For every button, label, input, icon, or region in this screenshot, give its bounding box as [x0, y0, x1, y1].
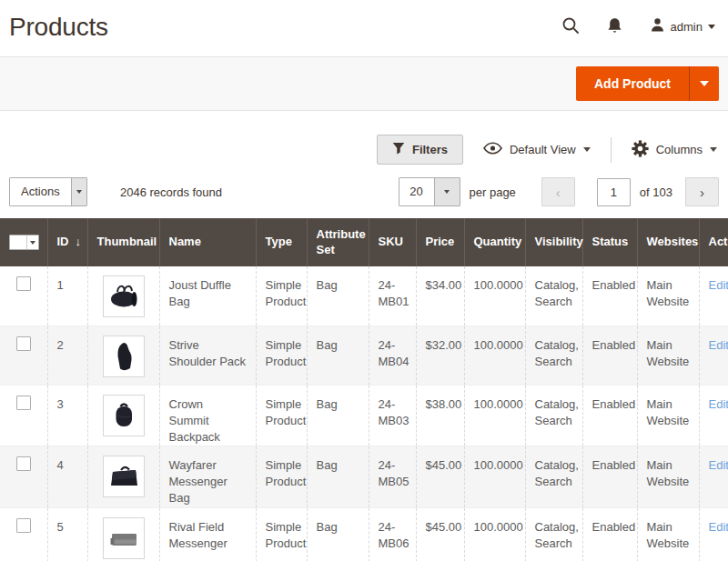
- duffle-bag-thumbnail: [103, 275, 145, 317]
- cell-visibility: Catalog, Search: [525, 507, 582, 561]
- select-options-toggle[interactable]: [26, 235, 38, 249]
- cell-thumbnail: [87, 385, 159, 446]
- column-header-attribute-set[interactable]: Attribute Set: [307, 218, 369, 266]
- cell-sku: 24-MB03: [369, 385, 416, 446]
- notifications-button[interactable]: [607, 17, 622, 37]
- column-header-type[interactable]: Type: [256, 218, 307, 266]
- edit-link[interactable]: Edit: [709, 520, 728, 534]
- table-row: 5 Rival Field Messenger Simple Product B…: [0, 507, 728, 561]
- grid-view-toolbar: Filters Default View Columns: [0, 135, 728, 165]
- toolbar-divider: [611, 137, 612, 163]
- total-pages-label: of 103: [640, 185, 672, 199]
- cell-visibility: Catalog, Search: [525, 446, 582, 508]
- column-header-websites[interactable]: Websites: [637, 218, 699, 266]
- select-arrow: [434, 178, 460, 205]
- admin-menu[interactable]: admin: [650, 17, 715, 36]
- current-page-input[interactable]: [597, 178, 631, 206]
- cell-type: Simple Product: [256, 507, 307, 561]
- per-page-value: 20: [399, 178, 434, 205]
- edit-link[interactable]: Edit: [709, 397, 728, 411]
- row-checkbox[interactable]: [16, 336, 31, 351]
- backpack-thumbnail: [103, 395, 145, 436]
- cell-sku: 24-MB01: [369, 266, 416, 326]
- columns-label: Columns: [656, 143, 703, 156]
- chevron-left-icon: ‹: [556, 185, 561, 199]
- select-all-checkbox[interactable]: [9, 235, 39, 250]
- table-row: 3 Crown Summit Backpack Simple Product B…: [0, 385, 728, 446]
- mass-actions-select[interactable]: Actions: [9, 177, 87, 206]
- filters-label: Filters: [412, 143, 448, 156]
- table-row: 2 Strive Shoulder Pack Simple Product Ba…: [0, 326, 728, 385]
- cell-id: 1: [47, 266, 87, 326]
- row-checkbox[interactable]: [16, 456, 31, 471]
- cell-quantity: 100.0000: [464, 507, 525, 561]
- cell-name: Joust Duffle Bag: [159, 266, 256, 326]
- row-select-cell: [0, 507, 47, 561]
- add-product-toggle-button[interactable]: [689, 66, 719, 101]
- row-checkbox[interactable]: [16, 396, 31, 410]
- column-header-visibility[interactable]: Visibility: [525, 218, 582, 266]
- grid-actions-toolbar: Actions 2046 records found 20 per page ‹…: [0, 177, 728, 206]
- cell-id: 3: [47, 385, 87, 446]
- header-actions: admin: [561, 13, 715, 37]
- column-header-id[interactable]: ID↓: [47, 218, 87, 266]
- cell-action: Edit: [699, 385, 728, 446]
- filters-button[interactable]: Filters: [377, 135, 463, 165]
- products-table-wrap: ID↓ Thumbnail Name Type Attribute Set SK…: [0, 218, 728, 561]
- records-count: 2046 records found: [120, 185, 222, 199]
- column-header-quantity[interactable]: Quantity: [464, 218, 525, 266]
- column-header-name[interactable]: Name: [159, 218, 256, 266]
- column-header-price[interactable]: Price: [416, 218, 464, 266]
- select-arrow: [71, 178, 86, 205]
- eye-icon: [483, 142, 502, 157]
- cell-action: Edit: [699, 266, 728, 326]
- shoulder-pack-thumbnail: [103, 336, 145, 377]
- cell-id: 4: [47, 446, 87, 508]
- column-header-sku[interactable]: SKU: [369, 218, 416, 266]
- products-table: ID↓ Thumbnail Name Type Attribute Set SK…: [0, 218, 728, 561]
- column-header-thumbnail[interactable]: Thumbnail: [87, 218, 159, 266]
- cell-thumbnail: [87, 326, 159, 385]
- per-page-select[interactable]: 20: [399, 177, 460, 206]
- cell-quantity: 100.0000: [464, 385, 525, 446]
- cell-visibility: Catalog, Search: [525, 326, 582, 385]
- default-view-menu[interactable]: Default View: [483, 142, 591, 157]
- cell-visibility: Catalog, Search: [525, 385, 582, 446]
- checkbox-box: [10, 235, 26, 249]
- page-title: Products: [9, 13, 108, 42]
- cell-type: Simple Product: [256, 266, 307, 326]
- cell-sku: 24-MB04: [369, 326, 416, 385]
- row-checkbox[interactable]: [16, 276, 31, 291]
- cell-websites: Main Website: [637, 446, 699, 508]
- cell-price: $38.00: [416, 385, 464, 446]
- cell-name: Crown Summit Backpack: [159, 385, 256, 446]
- row-checkbox[interactable]: [16, 518, 31, 533]
- edit-link[interactable]: Edit: [709, 458, 728, 472]
- columns-menu[interactable]: Columns: [632, 140, 717, 160]
- chevron-down-icon: [30, 241, 35, 245]
- cell-id: 5: [47, 507, 87, 561]
- edit-link[interactable]: Edit: [709, 278, 728, 292]
- row-select-cell: [0, 446, 47, 508]
- bell-icon: [607, 17, 622, 37]
- add-product-button[interactable]: Add Product: [576, 66, 689, 101]
- column-header-action[interactable]: Action: [699, 218, 728, 266]
- next-page-button[interactable]: ›: [685, 177, 719, 206]
- chevron-down-icon: [444, 190, 450, 194]
- table-row: 4 Wayfarer Messenger Bag Simple Product …: [0, 446, 728, 508]
- cell-attribute-set: Bag: [307, 507, 369, 561]
- messenger-bag-thumbnail: [103, 456, 145, 497]
- cell-attribute-set: Bag: [307, 385, 369, 446]
- cell-thumbnail: [87, 507, 159, 561]
- cell-id: 2: [47, 326, 87, 385]
- cell-websites: Main Website: [637, 266, 699, 326]
- mass-actions-value: Actions: [10, 178, 71, 205]
- funnel-icon: [392, 142, 405, 157]
- edit-link[interactable]: Edit: [709, 338, 728, 352]
- chevron-down-icon: [76, 190, 82, 194]
- search-button[interactable]: [561, 16, 580, 37]
- cell-status: Enabled: [582, 446, 637, 508]
- chevron-down-icon: [710, 147, 717, 152]
- previous-page-button[interactable]: ‹: [541, 177, 575, 206]
- column-header-status[interactable]: Status: [582, 218, 637, 266]
